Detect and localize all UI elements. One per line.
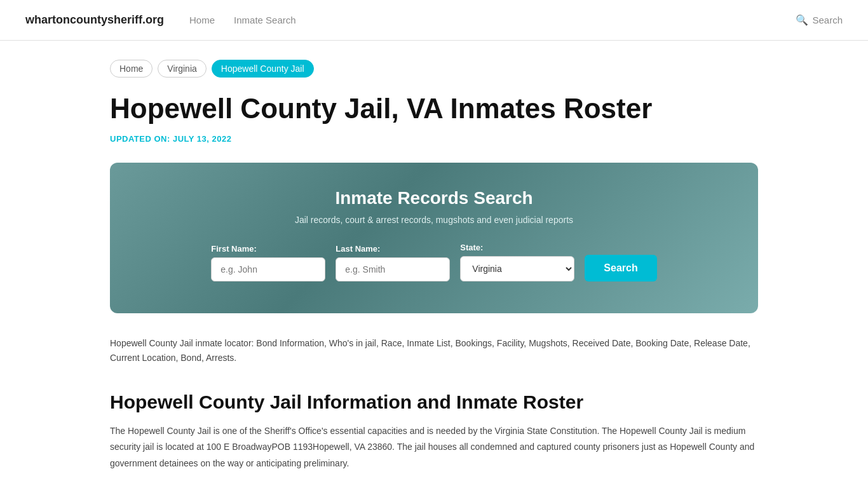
search-form: First Name: Last Name: State: AlabamaAla… [148, 243, 720, 281]
site-logo[interactable]: whartoncountysheriff.org [25, 13, 164, 27]
description-text: Hopewell County Jail inmate locator: Bon… [110, 336, 758, 367]
main-content: Home Virginia Hopewell County Jail Hopew… [85, 41, 783, 488]
last-name-input[interactable] [336, 257, 450, 281]
section-text: The Hopewell County Jail is one of the S… [110, 423, 758, 471]
section-title: Hopewell County Jail Information and Inm… [110, 391, 758, 413]
breadcrumb-virginia[interactable]: Virginia [158, 60, 206, 78]
last-name-group: Last Name: [336, 244, 450, 281]
breadcrumb-hopewell[interactable]: Hopewell County Jail [212, 60, 314, 78]
header-search[interactable]: 🔍 Search [796, 14, 843, 26]
state-label: State: [460, 243, 483, 252]
inmate-search-widget: Inmate Records Search Jail records, cour… [110, 163, 758, 313]
page-title: Hopewell County Jail, VA Inmates Roster [110, 93, 758, 125]
widget-title: Inmate Records Search [148, 188, 720, 208]
first-name-label: First Name: [211, 244, 257, 254]
main-nav: Home Inmate Search [189, 15, 796, 25]
nav-inmate-search[interactable]: Inmate Search [234, 15, 296, 25]
first-name-group: First Name: [211, 244, 325, 281]
header-search-label: Search [812, 15, 843, 25]
nav-home[interactable]: Home [189, 15, 215, 25]
state-select[interactable]: AlabamaAlaskaArizonaArkansasCaliforniaCo… [460, 256, 574, 281]
state-group: State: AlabamaAlaskaArizonaArkansasCalif… [460, 243, 574, 281]
breadcrumb: Home Virginia Hopewell County Jail [110, 60, 758, 78]
search-icon: 🔍 [796, 14, 808, 26]
last-name-label: Last Name: [336, 244, 380, 254]
widget-subtitle: Jail records, court & arrest records, mu… [148, 215, 720, 225]
first-name-input[interactable] [211, 257, 325, 281]
site-header: whartoncountysheriff.org Home Inmate Sea… [0, 0, 868, 41]
search-button[interactable]: Search [585, 255, 656, 281]
breadcrumb-home[interactable]: Home [110, 60, 153, 78]
updated-date: UPDATED ON: JULY 13, 2022 [110, 134, 758, 144]
